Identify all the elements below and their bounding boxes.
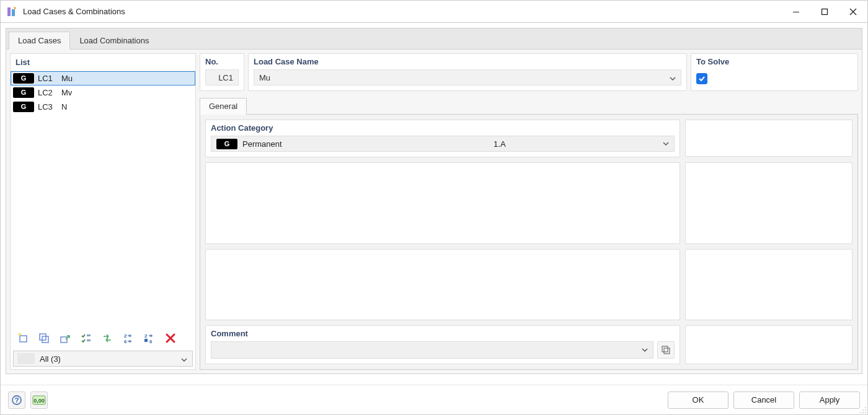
type-badge: G xyxy=(13,87,34,98)
solve-card: To Solve xyxy=(691,53,858,91)
load-case-id: LC2 xyxy=(38,88,58,97)
comment-header: Comment xyxy=(206,326,680,341)
cancel-button[interactable]: Cancel xyxy=(733,391,794,409)
tab-load-combinations[interactable]: Load Combinations xyxy=(70,32,158,50)
renumber-button[interactable]: 26 xyxy=(118,328,138,348)
empty-card xyxy=(685,249,852,320)
list-item[interactable]: G LC2 Mv xyxy=(11,85,195,100)
general-panel: Action Category G Permanent 1.A xyxy=(200,114,858,370)
new-load-case-button[interactable] xyxy=(13,328,33,348)
chevron-down-icon xyxy=(670,74,676,81)
app-icon xyxy=(6,6,18,18)
action-category-card: Action Category G Permanent 1.A xyxy=(205,120,680,157)
list-toolbar: 26 26 xyxy=(11,326,195,348)
svg-rect-3 xyxy=(793,12,799,12)
svg-text:2: 2 xyxy=(144,333,148,339)
tab-general[interactable]: General xyxy=(200,98,247,115)
comment-select[interactable] xyxy=(211,341,653,359)
svg-point-25 xyxy=(865,409,866,411)
list-header: List xyxy=(11,54,195,71)
action-category-name: Permanent xyxy=(242,139,282,149)
load-case-list[interactable]: G LC1 Mu G LC2 Mv G LC3 N xyxy=(11,71,195,326)
main-tabstrip: Load Cases Load Combinations xyxy=(6,28,862,49)
svg-rect-10 xyxy=(87,334,91,336)
solve-header: To Solve xyxy=(691,54,857,69)
svg-text:0,00: 0,00 xyxy=(33,398,45,404)
svg-rect-1 xyxy=(12,9,15,16)
action-category-header: Action Category xyxy=(206,120,680,136)
solve-checkbox[interactable] xyxy=(696,73,707,84)
type-badge: G xyxy=(13,73,34,84)
empty-card xyxy=(205,249,680,320)
detail-panel: No. LC1 Load Case Name Mu xyxy=(200,53,858,370)
list-item[interactable]: G LC1 Mu xyxy=(11,71,195,85)
svg-text:6: 6 xyxy=(124,339,127,344)
units-button[interactable]: 0,00 xyxy=(30,391,48,409)
filter-select[interactable]: All (3) xyxy=(13,351,193,367)
load-case-name: Mv xyxy=(61,88,195,97)
svg-rect-8 xyxy=(42,336,48,343)
empty-card xyxy=(205,162,680,244)
list-panel: List G LC1 Mu G LC2 Mv G xyxy=(10,53,196,370)
name-select[interactable]: Mu xyxy=(254,69,681,85)
type-badge: G xyxy=(216,139,237,149)
load-case-id: LC1 xyxy=(38,74,58,83)
svg-rect-5 xyxy=(20,336,27,342)
tab-load-cases[interactable]: Load Cases xyxy=(9,32,70,50)
load-case-name: Mu xyxy=(61,74,195,83)
svg-text:6: 6 xyxy=(149,339,153,344)
action-category-code: 1.A xyxy=(494,139,506,149)
load-case-id: LC3 xyxy=(38,102,58,111)
dialog-footer: ? 0,00 OK Cancel Apply xyxy=(1,385,867,414)
svg-rect-11 xyxy=(87,339,91,341)
maximize-button[interactable] xyxy=(810,1,839,23)
list-item[interactable]: G LC3 N xyxy=(11,100,195,114)
svg-rect-7 xyxy=(40,334,46,340)
no-card: No. LC1 xyxy=(200,53,244,91)
apply-button[interactable]: Apply xyxy=(799,391,860,409)
svg-text:2: 2 xyxy=(124,333,127,339)
comment-card: Comment xyxy=(205,325,680,364)
svg-point-24 xyxy=(862,409,864,411)
empty-card xyxy=(685,325,852,364)
renumber-range-button[interactable]: 26 xyxy=(140,328,159,348)
load-case-name: N xyxy=(61,102,195,111)
svg-rect-0 xyxy=(7,7,11,16)
name-value: Mu xyxy=(259,73,270,82)
chevron-down-icon xyxy=(642,346,648,355)
no-header: No. xyxy=(200,54,244,69)
svg-rect-17 xyxy=(662,346,668,352)
attach-button[interactable] xyxy=(55,328,75,348)
ok-button[interactable]: OK xyxy=(668,391,728,409)
svg-rect-18 xyxy=(664,348,670,354)
name-header: Load Case Name xyxy=(249,54,686,69)
copy-load-case-button[interactable] xyxy=(34,328,54,348)
filter-label: All (3) xyxy=(40,354,61,364)
window-title: Load Cases & Combinations xyxy=(23,7,125,16)
svg-rect-15 xyxy=(144,339,148,342)
close-button[interactable] xyxy=(839,1,867,23)
name-card: Load Case Name Mu xyxy=(248,53,687,91)
select-all-button[interactable] xyxy=(76,328,96,348)
resize-grip-icon[interactable] xyxy=(858,405,867,414)
empty-card xyxy=(685,120,852,157)
copy-comment-button[interactable] xyxy=(657,341,675,359)
empty-card xyxy=(685,162,852,244)
chevron-down-icon xyxy=(181,356,187,362)
svg-point-6 xyxy=(18,333,20,336)
inner-tabstrip: General xyxy=(200,95,858,114)
svg-point-26 xyxy=(860,412,861,413)
action-category-select[interactable]: G Permanent 1.A xyxy=(211,136,675,152)
no-value: LC1 xyxy=(205,69,239,85)
svg-rect-4 xyxy=(822,9,828,15)
swap-button[interactable] xyxy=(97,328,117,348)
chevron-down-icon xyxy=(658,139,674,149)
help-button[interactable]: ? xyxy=(8,391,25,409)
titlebar: Load Cases & Combinations xyxy=(1,1,867,23)
svg-point-28 xyxy=(865,412,866,413)
svg-point-2 xyxy=(14,7,16,9)
minimize-button[interactable] xyxy=(782,1,810,23)
tab-panel: List G LC1 Mu G LC2 Mv G xyxy=(6,49,862,374)
svg-point-23 xyxy=(865,407,866,408)
delete-button[interactable] xyxy=(161,328,180,348)
